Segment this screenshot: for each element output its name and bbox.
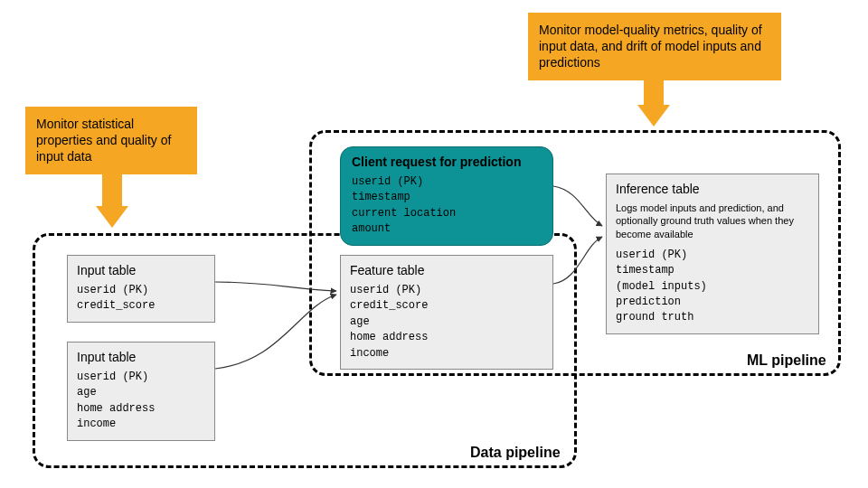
arrow-down-icon [96,206,128,228]
table-description: Logs model inputs and prediction, and op… [616,202,809,240]
table-fields: userid (PK) credit_score [77,283,205,314]
table-title: Inference table [616,182,809,196]
input-table-2: Input table userid (PK) age home address… [67,342,215,441]
feature-table: Feature table userid (PK) credit_score a… [340,255,553,370]
arrow-down-icon [637,105,670,127]
arrow-stem-left [102,168,122,206]
request-fields: userid (PK) timestamp current location a… [352,174,542,238]
ml-pipeline-label: ML pipeline [747,352,826,369]
inference-table: Inference table Logs model inputs and pr… [606,174,819,334]
table-title: Feature table [350,263,543,277]
table-title: Input table [77,263,205,277]
arrow-stem-right [644,74,664,105]
table-fields: userid (PK) timestamp (model inputs) pre… [616,248,809,326]
request-title: Client request for prediction [352,155,542,169]
callout-monitor-model-quality: Monitor model-quality metrics, quality o… [528,13,781,80]
table-title: Input table [77,350,205,364]
callout-monitor-input-data: Monitor statistical properties and quali… [25,107,197,174]
input-table-1: Input table userid (PK) credit_score [67,255,215,323]
table-fields: userid (PK) age home address income [77,370,205,433]
data-pipeline-label: Data pipeline [470,445,561,461]
table-fields: userid (PK) credit_score age home addres… [350,283,543,361]
client-request-box: Client request for prediction userid (PK… [340,146,553,246]
